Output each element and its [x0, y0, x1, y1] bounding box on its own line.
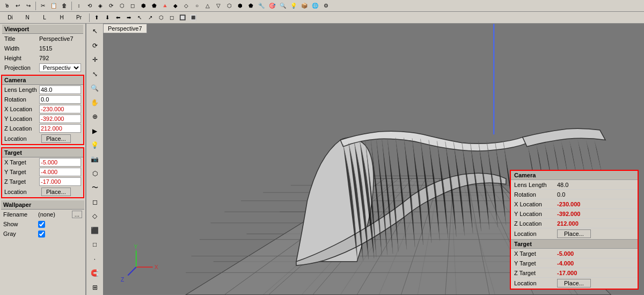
rt-icon-move[interactable]: ✛	[88, 53, 102, 66]
lens-length-row-left: Lens Length	[2, 85, 83, 95]
tb-icon-17[interactable]: ◇	[181, 1, 191, 11]
tb2-icon-4[interactable]: ➡	[124, 13, 134, 23]
rt-icon-light[interactable]: 💡	[88, 139, 102, 152]
rt-icon-orbit[interactable]: ⊕	[88, 110, 102, 123]
tb2-icon-5[interactable]: ↖	[135, 13, 144, 23]
tb-icon-2[interactable]: ↩	[13, 1, 23, 11]
rt-icon-grid[interactable]: ⊞	[88, 280, 102, 293]
projection-select[interactable]: Perspective	[39, 63, 81, 72]
tab-pr[interactable]: Pr	[71, 13, 87, 23]
tb-icon-22[interactable]: ⬢	[235, 1, 245, 11]
rt-icon-points[interactable]: ·	[88, 253, 102, 265]
rt-icon-select[interactable]: ↖	[88, 25, 102, 38]
tb2-icon-2[interactable]: ⬇	[103, 13, 112, 23]
popup-camera-location-label: Location	[514, 231, 557, 237]
viewport-area[interactable]: Perspective7	[103, 24, 644, 295]
tb2-icon-9[interactable]: 🔲	[178, 13, 187, 23]
wallpaper-header: Wallpaper	[1, 200, 84, 210]
rt-icon-snap[interactable]: 🧲	[88, 267, 102, 279]
popup-target-place-btn[interactable]: Place...	[557, 279, 591, 287]
tb2-icon-6[interactable]: ↗	[145, 13, 155, 23]
tb2-icon-1[interactable]: ⬆	[92, 13, 101, 23]
tb2-sep-1	[89, 13, 90, 22]
rt-icon-zoom[interactable]: 🔍	[88, 82, 102, 95]
projection-row: Projection Perspective	[2, 63, 83, 73]
z-location-input-left[interactable]	[39, 124, 81, 133]
tb-icon-16[interactable]: ◆	[171, 1, 180, 11]
camera-location-label-left: Location	[4, 135, 39, 142]
tb-icon-26[interactable]: 🔍	[278, 1, 288, 11]
tb-icon-25[interactable]: 🎯	[267, 1, 277, 11]
tb-icon-18[interactable]: ○	[192, 1, 202, 11]
tb-icon-23[interactable]: ⬟	[246, 1, 255, 11]
rt-icon-scale[interactable]: ⤡	[88, 67, 102, 80]
tab-di[interactable]: Di	[2, 13, 18, 23]
tb-icon-24[interactable]: 🔧	[257, 1, 266, 11]
popup-camera-place-row: Location Place...	[511, 228, 638, 239]
rt-icon-solid[interactable]: ⬛	[88, 224, 102, 237]
rt-icon-surface[interactable]: ◻	[88, 196, 102, 208]
tb-icon-20[interactable]: ▽	[214, 1, 223, 11]
tb-icon-1[interactable]: 🖱	[2, 1, 12, 11]
tb-icon-29[interactable]: 🌐	[310, 1, 320, 11]
tb-icon-7[interactable]: ↕	[74, 1, 84, 11]
svg-text:Y: Y	[134, 244, 138, 250]
rt-icon-nurbs[interactable]: ◇	[88, 210, 102, 222]
show-checkbox[interactable]	[38, 221, 45, 228]
tab-n[interactable]: N	[19, 13, 35, 23]
tb-icon-30[interactable]: ⚙	[321, 1, 331, 11]
rt-icon-wire[interactable]: □	[88, 238, 102, 251]
tb-icon-13[interactable]: ⬢	[138, 1, 148, 11]
tb-icon-3[interactable]: ↪	[24, 1, 33, 11]
tb2-icon-8[interactable]: ◻	[167, 13, 177, 23]
tab-l[interactable]: L	[36, 13, 53, 23]
tb-icon-21[interactable]: ⬡	[224, 1, 234, 11]
x-target-row-left: X Target	[2, 157, 83, 167]
tb-icon-19[interactable]: △	[203, 1, 213, 11]
x-target-input-left[interactable]	[39, 158, 81, 167]
viewport-header: Viewport	[2, 25, 83, 34]
z-target-input-left[interactable]	[39, 177, 81, 186]
tb2-icon-7[interactable]: ⬡	[156, 13, 166, 23]
tb-sep-1	[35, 2, 36, 10]
tb-icon-14[interactable]: ⬟	[149, 1, 159, 11]
gray-checkbox[interactable]	[38, 231, 45, 238]
x-location-input-left[interactable]	[39, 105, 81, 113]
rt-icon-camera[interactable]: 📷	[88, 153, 102, 166]
height-label: Height	[4, 55, 39, 61]
tb-icon-15[interactable]: 🔺	[160, 1, 170, 11]
tb-icon-27[interactable]: 💡	[289, 1, 298, 11]
rotation-label-left: Rotation	[4, 96, 39, 103]
tb-icon-4[interactable]: ✂	[38, 1, 48, 11]
target-place-btn-left[interactable]: Place...	[41, 188, 71, 196]
popup-target-place-row: Location Place...	[511, 278, 638, 289]
popup-lens-label: Lens Length	[514, 182, 557, 188]
tb2-icon-10[interactable]: 🔳	[188, 13, 198, 23]
y-target-input-left[interactable]	[39, 168, 81, 176]
tb-icon-6[interactable]: 🗑	[60, 1, 69, 11]
lens-length-input-left[interactable]	[39, 85, 81, 94]
tb-icon-28[interactable]: 📦	[299, 1, 309, 11]
camera-section-left: Camera Lens Length Rotation X Location Y…	[1, 75, 84, 145]
tb-icon-5[interactable]: 📋	[49, 1, 58, 11]
filename-browse-btn[interactable]: ...	[72, 211, 82, 218]
tb-icon-11[interactable]: ⬡	[117, 1, 127, 11]
rotation-input-left[interactable]	[39, 95, 81, 104]
tb-icon-10[interactable]: ⟳	[106, 1, 116, 11]
rt-icon-render[interactable]: ▶	[88, 124, 102, 137]
rt-icon-rotate[interactable]: ⟳	[88, 39, 102, 52]
tab-h[interactable]: H	[54, 13, 70, 23]
tb2-icon-3[interactable]: ⬅	[113, 13, 123, 23]
y-location-row-left: Y Location	[2, 114, 83, 124]
popup-camera-place-btn[interactable]: Place...	[557, 229, 591, 238]
tb-icon-8[interactable]: ⟲	[85, 1, 94, 11]
tb-icon-9[interactable]: ◈	[96, 1, 105, 11]
popup-y-target-label: Y Target	[514, 260, 557, 267]
rt-icon-curve[interactable]: 〜	[88, 181, 102, 194]
camera-place-btn-left[interactable]: Place...	[41, 134, 71, 143]
y-location-input-left[interactable]	[39, 114, 81, 123]
rt-icon-pan[interactable]: ✋	[88, 96, 102, 109]
viewport-tab-label[interactable]: Perspective7	[103, 24, 147, 33]
tb-icon-12[interactable]: ◻	[128, 1, 137, 11]
rt-icon-mesh[interactable]: ⬡	[88, 167, 102, 180]
